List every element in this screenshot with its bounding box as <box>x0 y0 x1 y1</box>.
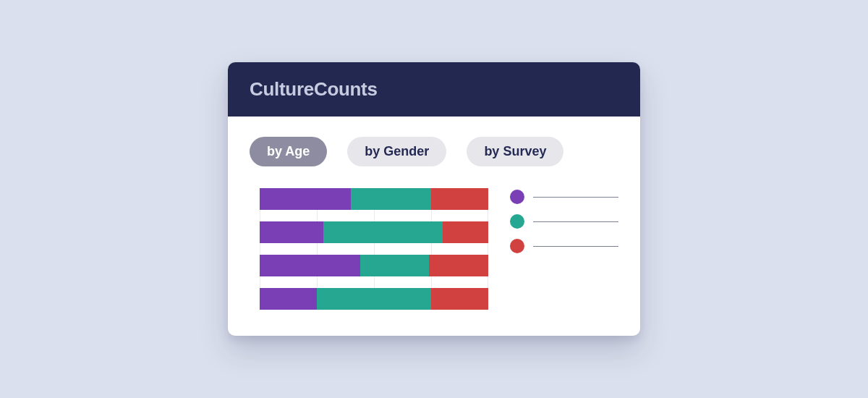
bar-segment <box>317 288 431 310</box>
bar-segment <box>260 221 323 243</box>
bar-segment <box>443 221 488 243</box>
bar-segment <box>431 188 488 210</box>
card-header: CultureCounts <box>228 62 640 117</box>
chart-area <box>250 188 618 310</box>
legend-swatch <box>510 239 524 253</box>
filter-tabs: by Age by Gender by Survey <box>250 137 618 166</box>
legend-item <box>510 214 618 229</box>
bar-segment <box>260 288 317 310</box>
dashboard-card: CultureCounts by Age by Gender by Survey <box>228 62 640 336</box>
bar-row <box>260 288 488 310</box>
bar-rows <box>260 188 488 310</box>
legend-swatch <box>510 214 524 229</box>
stacked-bar-chart <box>260 188 488 310</box>
card-body: by Age by Gender by Survey <box>228 117 640 336</box>
bar-segment <box>429 255 488 276</box>
tab-by-age[interactable]: by Age <box>250 137 327 166</box>
bar-segment <box>360 255 429 276</box>
legend-item <box>510 239 618 253</box>
bar-segment <box>351 188 431 210</box>
legend-placeholder-line <box>533 221 618 222</box>
app-title: CultureCounts <box>250 78 618 101</box>
legend-placeholder-line <box>533 246 618 247</box>
bar-segment <box>323 221 442 243</box>
bar-segment <box>260 255 360 276</box>
legend-item <box>510 190 618 204</box>
bar-row <box>260 221 488 243</box>
tab-by-gender[interactable]: by Gender <box>347 137 446 166</box>
bar-segment <box>260 188 351 210</box>
bar-row <box>260 255 488 276</box>
chart-legend <box>510 188 618 310</box>
legend-swatch <box>510 190 524 204</box>
bar-row <box>260 188 488 210</box>
legend-placeholder-line <box>533 197 618 198</box>
tab-by-survey[interactable]: by Survey <box>467 137 563 166</box>
bar-segment <box>431 288 488 310</box>
